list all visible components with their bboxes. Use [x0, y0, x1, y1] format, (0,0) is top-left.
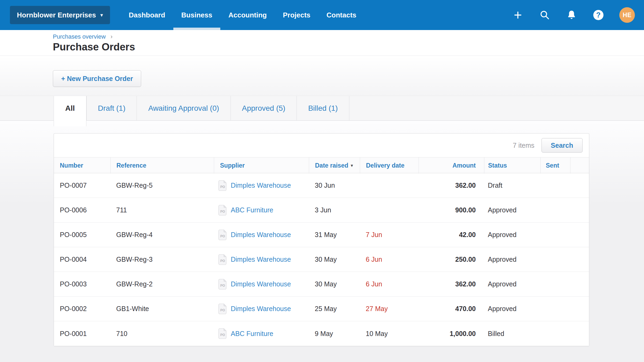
status-cell: Approved — [484, 256, 540, 263]
supplier-cell: PO ABC Furniture — [214, 205, 309, 216]
breadcrumb: Purchases overview › — [53, 33, 644, 40]
po-number-cell: PO-0006 — [54, 206, 110, 214]
tab-draft-1[interactable]: Draft (1) — [86, 96, 137, 121]
tab-billed-1[interactable]: Billed (1) — [297, 96, 349, 121]
status-cell: Draft — [484, 182, 540, 189]
nav-item-business[interactable]: Business — [173, 0, 221, 30]
delivery-date-cell: 6 Jun — [360, 280, 419, 288]
supplier-link[interactable]: ABC Furniture — [231, 206, 273, 214]
reference-cell: 710 — [110, 330, 214, 338]
reference-cell: GBW-Reg-3 — [110, 256, 214, 263]
sort-descending-icon: ▾ — [351, 163, 353, 168]
nav-item-contacts[interactable]: Contacts — [319, 0, 364, 30]
po-number-cell: PO-0007 — [54, 182, 110, 189]
breadcrumb-link-purchases-overview[interactable]: Purchases overview — [53, 33, 106, 40]
po-document-icon: PO — [218, 304, 227, 314]
date-raised-cell: 30 May — [309, 280, 360, 288]
date-raised-cell: 30 Jun — [309, 182, 360, 189]
create-new-button[interactable]: + — [512, 7, 524, 23]
purchase-orders-card: 7 items Search Number Reference Supplier… — [54, 133, 589, 346]
amount-cell: 470.00 — [419, 305, 484, 313]
chevron-down-icon: ▾ — [100, 12, 103, 18]
content-area: 7 items Search Number Reference Supplier… — [0, 121, 644, 362]
status-cell: Approved — [484, 280, 540, 288]
column-header-supplier[interactable]: Supplier — [214, 157, 309, 173]
column-header-date-raised[interactable]: Date raised ▾ — [309, 157, 360, 173]
table-row[interactable]: PO-0006 711 PO ABC Furniture 3 Jun 900.0… — [54, 198, 589, 223]
table-row[interactable]: PO-0007 GBW-Reg-5 PO Dimples Warehouse 3… — [54, 173, 589, 198]
po-number-cell: PO-0002 — [54, 305, 110, 313]
tab-approved-5[interactable]: Approved (5) — [230, 96, 297, 121]
po-document-icon: PO — [218, 205, 227, 216]
nav-item-dashboard[interactable]: Dashboard — [121, 0, 173, 30]
tab-all[interactable]: All — [54, 96, 86, 126]
new-purchase-order-button[interactable]: + New Purchase Order — [53, 70, 141, 87]
column-header-amount[interactable]: Amount — [419, 157, 484, 173]
date-raised-cell: 3 Jun — [309, 206, 360, 214]
notifications-button[interactable] — [566, 7, 577, 23]
svg-text:PO: PO — [220, 185, 225, 189]
column-header-delivery-date[interactable]: Delivery date — [360, 157, 419, 173]
supplier-link[interactable]: Dimples Warehouse — [231, 280, 291, 288]
table-row[interactable]: PO-0003 GBW-Reg-2 PO Dimples Warehouse 3… — [54, 272, 589, 297]
delivery-date-cell: 7 Jun — [360, 231, 419, 239]
table-row[interactable]: PO-0005 GBW-Reg-4 PO Dimples Warehouse 3… — [54, 223, 589, 247]
column-header-reference[interactable]: Reference — [110, 157, 214, 173]
po-document-icon: PO — [218, 279, 227, 290]
search-button[interactable] — [539, 7, 551, 23]
page-header: Purchases overview › Purchase Orders — [0, 30, 644, 56]
tab-awaiting-approval-0[interactable]: Awaiting Approval (0) — [137, 96, 230, 121]
amount-cell: 362.00 — [419, 280, 484, 288]
supplier-link[interactable]: Dimples Warehouse — [231, 182, 291, 189]
help-button[interactable]: ? — [592, 7, 604, 23]
column-header-sent[interactable]: Sent — [540, 157, 570, 173]
amount-cell: 1,000.00 — [419, 330, 484, 338]
svg-text:PO: PO — [220, 308, 225, 312]
date-raised-cell: 30 May — [309, 256, 360, 263]
nav-item-projects[interactable]: Projects — [275, 0, 319, 30]
status-cell: Approved — [484, 231, 540, 239]
page-title: Purchase Orders — [53, 41, 644, 53]
supplier-cell: PO Dimples Warehouse — [214, 254, 309, 265]
table-body: PO-0007 GBW-Reg-5 PO Dimples Warehouse 3… — [54, 173, 589, 346]
nav-item-accounting[interactable]: Accounting — [220, 0, 275, 30]
table-row[interactable]: PO-0002 GB1-White PO Dimples Warehouse 2… — [54, 297, 589, 321]
po-document-icon: PO — [218, 328, 227, 339]
status-tab-strip: AllDraft (1)Awaiting Approval (0)Approve… — [0, 96, 644, 121]
search-icon — [539, 10, 550, 20]
organisation-menu-button[interactable]: Hornblower Enterprises ▾ — [10, 6, 110, 24]
svg-text:PO: PO — [220, 259, 225, 263]
delivery-date-cell: 10 May — [360, 330, 419, 338]
supplier-link[interactable]: Dimples Warehouse — [231, 231, 291, 239]
supplier-link[interactable]: Dimples Warehouse — [231, 256, 291, 263]
table-row[interactable]: PO-0004 GBW-Reg-3 PO Dimples Warehouse 3… — [54, 247, 589, 272]
supplier-link[interactable]: ABC Furniture — [231, 330, 273, 338]
top-navigation-bar: Hornblower Enterprises ▾ DashboardBusine… — [0, 0, 644, 30]
svg-text:PO: PO — [220, 333, 225, 337]
po-number-cell: PO-0003 — [54, 280, 110, 288]
supplier-link[interactable]: Dimples Warehouse — [231, 305, 291, 313]
organisation-name: Hornblower Enterprises — [17, 11, 96, 19]
date-raised-cell: 25 May — [309, 305, 360, 313]
delivery-date-cell: 6 Jun — [360, 256, 419, 263]
amount-cell: 362.00 — [419, 182, 484, 189]
po-document-icon: PO — [218, 180, 227, 191]
po-number-cell: PO-0001 — [54, 330, 110, 338]
table-row[interactable]: PO-0001 710 PO ABC Furniture 9 May 10 Ma… — [54, 321, 589, 346]
user-avatar[interactable]: HE — [619, 7, 635, 23]
table-header-row: Number Reference Supplier Date raised ▾ … — [54, 157, 589, 173]
items-count: 7 items — [513, 142, 535, 149]
supplier-cell: PO Dimples Warehouse — [214, 304, 309, 314]
supplier-cell: PO Dimples Warehouse — [214, 180, 309, 191]
nav-utility-area: + ? HE — [512, 7, 635, 23]
po-document-icon: PO — [218, 230, 227, 240]
table-toolbar: 7 items Search — [54, 134, 589, 157]
column-header-status[interactable]: Status — [484, 157, 540, 173]
column-header-number[interactable]: Number — [54, 157, 110, 173]
amount-cell: 900.00 — [419, 206, 484, 214]
search-table-button[interactable]: Search — [541, 138, 583, 153]
amount-cell: 42.00 — [419, 231, 484, 239]
reference-cell: GBW-Reg-4 — [110, 231, 214, 239]
svg-text:PO: PO — [220, 284, 225, 287]
help-icon: ? — [593, 10, 603, 20]
